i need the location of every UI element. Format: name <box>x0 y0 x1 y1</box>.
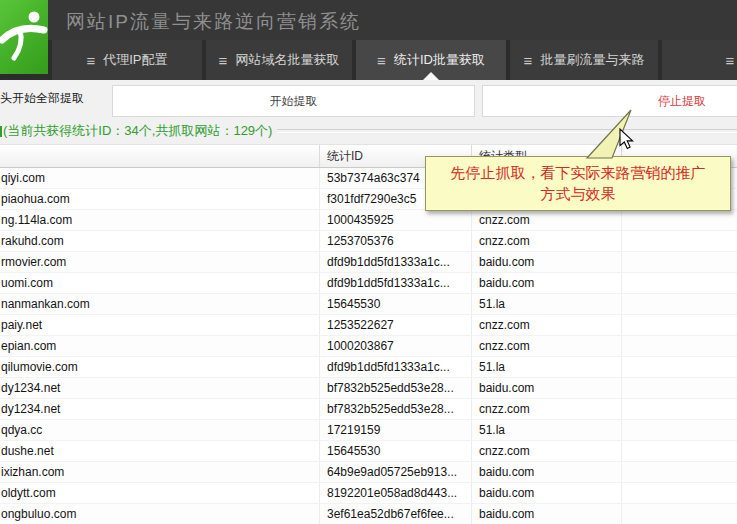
hamburger-icon: ≡ <box>524 53 533 68</box>
cell-stat-type: 51.la <box>472 420 622 440</box>
stop-extract-button[interactable]: 停止提取 <box>482 85 737 117</box>
table-row[interactable]: ongbuluo.com 3ef61ea52db67ef6fee... baid… <box>0 504 737 524</box>
cell-stat-type: baidu.com <box>472 504 622 524</box>
cell-extra <box>622 441 737 461</box>
cell-extra <box>622 483 737 503</box>
groupbox-rule <box>277 129 737 133</box>
cell-domain: piaohua.com <box>0 189 320 209</box>
hamburger-icon: ≡ <box>219 53 228 68</box>
tab-label: 代理IP配置 <box>103 51 167 69</box>
cell-domain: dy1234.net <box>0 399 320 419</box>
cell-stat-type: baidu.com <box>472 378 622 398</box>
cell-stat-type: cnzz.com <box>472 210 622 230</box>
cell-stat-type: cnzz.com <box>472 399 622 419</box>
app-window: 网站IP流量与来路逆向营销系统 ≡ 代理IP配置 ≡ 网站域名批量获取 ≡ 统计… <box>0 0 737 524</box>
table-row[interactable]: ng.114la.com 1000435925 cnzz.com <box>0 210 737 231</box>
cell-domain: rmovier.com <box>0 252 320 272</box>
cell-domain: nanmankan.com <box>0 294 320 314</box>
table-row[interactable]: paiy.net 1253522627 cnzz.com <box>0 315 737 336</box>
cell-stat-type: cnzz.com <box>472 336 622 356</box>
cell-stat-id: bf7832b525edd53e28... <box>320 399 472 419</box>
cell-stat-id: 8192201e058ad8d443... <box>320 483 472 503</box>
table-row[interactable]: uomi.com dfd9b1dd5fd1333a1c... baidu.com <box>0 273 737 294</box>
cell-domain: paiy.net <box>0 315 320 335</box>
callout-tooltip: 先停止抓取，看下实际来路营销的推广 方式与效果 <box>425 156 731 211</box>
tab-history[interactable]: ≡ 历史 <box>662 40 737 80</box>
tab-bar: ≡ 代理IP配置 ≡ 网站域名批量获取 ≡ 统计ID批量获取 ≡ 批量刷流量与来… <box>0 40 737 80</box>
tab-proxy-ip-config[interactable]: ≡ 代理IP配置 <box>52 40 202 80</box>
cell-domain: ongbuluo.com <box>0 504 320 524</box>
tab-label: 统计ID批量获取 <box>394 51 485 69</box>
cell-stat-type: 51.la <box>472 294 622 314</box>
table-row[interactable]: rakuhd.com 1253705376 cnzz.com <box>0 231 737 252</box>
cell-stat-type: baidu.com <box>472 462 622 482</box>
title-bar: 网站IP流量与来路逆向营销系统 <box>0 0 737 40</box>
cell-extra <box>622 336 737 356</box>
tab-domain-batch-fetch[interactable]: ≡ 网站域名批量获取 <box>206 40 352 80</box>
cell-stat-id: dfd9b1dd5fd1333a1c... <box>320 252 472 272</box>
app-title: 网站IP流量与来路逆向营销系统 <box>66 9 361 35</box>
tab-label: 网站域名批量获取 <box>235 51 339 69</box>
stop-extract-button-label: 停止提取 <box>658 93 706 110</box>
app-logo <box>0 0 48 74</box>
start-extract-button-label: 开始提取 <box>270 93 318 110</box>
table-row[interactable]: qilumovie.com dfd9b1dd5fd1333a1c... 51.l… <box>0 357 737 378</box>
cell-extra <box>622 399 737 419</box>
cell-domain: dy1234.net <box>0 378 320 398</box>
cell-domain: epian.com <box>0 336 320 356</box>
tooltip-line1: 先停止抓取，看下实际来路营销的推广 <box>426 162 730 183</box>
cell-stat-id: 1253705376 <box>320 231 472 251</box>
cell-extra <box>622 294 737 314</box>
cell-stat-type: baidu.com <box>472 483 622 503</box>
cell-domain: qdya.cc <box>0 420 320 440</box>
cell-stat-id: 3ef61ea52db67ef6fee... <box>320 504 472 524</box>
table-row[interactable]: rmovier.com dfd9b1dd5fd1333a1c... baidu.… <box>0 252 737 273</box>
cell-stat-id: 17219159 <box>320 420 472 440</box>
cell-domain: qiyi.com <box>0 168 320 188</box>
table-row[interactable]: dushe.net 15645530 cnzz.com <box>0 441 737 462</box>
table-row[interactable]: dy1234.net bf7832b525edd53e28... cnzz.co… <box>0 399 737 420</box>
cell-extra <box>622 231 737 251</box>
cell-extra <box>622 462 737 482</box>
cell-domain: qilumovie.com <box>0 357 320 377</box>
start-extract-button[interactable]: 开始提取 <box>112 85 475 117</box>
table-row[interactable]: dy1234.net bf7832b525edd53e28... baidu.c… <box>0 378 737 399</box>
tooltip-line2: 方式与效果 <box>426 183 730 204</box>
cell-stat-type: cnzz.com <box>472 315 622 335</box>
cell-extra <box>622 504 737 524</box>
cell-extra <box>622 357 737 377</box>
hamburger-icon: ≡ <box>726 53 735 68</box>
cell-stat-id: 1000203867 <box>320 336 472 356</box>
table-row[interactable]: nanmankan.com 15645530 51.la <box>0 294 737 315</box>
tab-stat-id-batch-fetch[interactable]: ≡ 统计ID批量获取 <box>356 40 506 80</box>
cell-stat-id: dfd9b1dd5fd1333a1c... <box>320 273 472 293</box>
cell-domain: rakuhd.com <box>0 231 320 251</box>
cell-domain: uomi.com <box>0 273 320 293</box>
tab-batch-traffic-referrer[interactable]: ≡ 批量刷流量与来路 <box>510 40 658 80</box>
clipped-text-fragment <box>0 126 2 137</box>
hamburger-icon: ≡ <box>86 53 95 68</box>
table-row[interactable]: qdya.cc 17219159 51.la <box>0 420 737 441</box>
cell-extra <box>622 273 737 293</box>
cell-extra <box>622 420 737 440</box>
cell-stat-id: 1000435925 <box>320 210 472 230</box>
cell-domain: ixizhan.com <box>0 462 320 482</box>
logo-swoosh-icon <box>0 0 48 74</box>
cell-domain: dushe.net <box>0 441 320 461</box>
cell-stat-type: 51.la <box>472 357 622 377</box>
table-row[interactable]: epian.com 1000203867 cnzz.com <box>0 336 737 357</box>
restart-extract-label: 头开始全部提取 <box>0 90 84 107</box>
cell-stat-id: 1253522627 <box>320 315 472 335</box>
cell-domain: ng.114la.com <box>0 210 320 230</box>
cell-extra <box>622 315 737 335</box>
cell-stat-type: cnzz.com <box>472 231 622 251</box>
table-row[interactable]: ixizhan.com 64b9e9ad05725eb913... baidu.… <box>0 462 737 483</box>
status-bar: (当前共获得统计ID：34个,共抓取网站：129个) <box>0 122 737 140</box>
cell-extra <box>622 378 737 398</box>
table-row[interactable]: oldytt.com 8192201e058ad8d443... baidu.c… <box>0 483 737 504</box>
cell-stat-id: 15645530 <box>320 441 472 461</box>
column-header-domain[interactable] <box>0 145 320 167</box>
status-text: (当前共获得统计ID：34个,共抓取网站：129个) <box>3 122 272 140</box>
cell-stat-id: 64b9e9ad05725eb913... <box>320 462 472 482</box>
cell-stat-type: baidu.com <box>472 252 622 272</box>
